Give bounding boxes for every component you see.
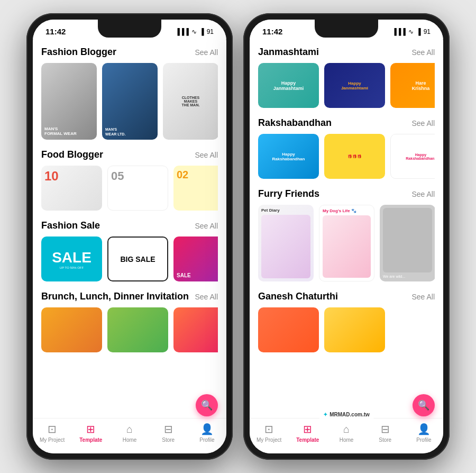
- notch-2: [315, 20, 378, 38]
- fab-search-button[interactable]: 🔍: [196, 394, 218, 416]
- section-title-fashion-blogger: Fashion Blogger: [41, 47, 116, 58]
- nav-item-store-2[interactable]: ⊟ Store: [366, 423, 405, 443]
- rakshabandhan-cards: HappyRakshabandhan 🎁🎁🎁 HappyRakshabandha…: [258, 134, 435, 181]
- phone-2: 11:42 ▐▐▐ ∿ ▐ 91 Janmashtami See All Hap…: [243, 13, 450, 460]
- card-text: BIG SALE: [120, 255, 155, 263]
- nav-item-profile[interactable]: 👤 Profile: [188, 423, 226, 443]
- nav-item-my-project[interactable]: ⊡ My Project: [33, 423, 71, 443]
- nav-item-template-2[interactable]: ⊞ Template: [288, 423, 327, 443]
- section-header-fashion-sale: Fashion Sale See All: [41, 220, 218, 231]
- nav-item-my-project-2[interactable]: ⊡ My Project: [250, 423, 288, 443]
- nav-item-home[interactable]: ⌂ Home: [110, 423, 149, 443]
- furry-friends-card-2[interactable]: My Dog's Life 🐾: [319, 205, 374, 281]
- fashion-sale-card-2[interactable]: BIG SALE: [107, 236, 168, 281]
- fashion-blogger-card-1[interactable]: MAN'SFORMAL WEAR: [41, 63, 97, 140]
- battery-icon-2: ▐: [416, 28, 421, 35]
- watermark: ✦ MRMAD.com.tw: [319, 410, 374, 419]
- fashion-sale-cards: SALE UP TO 50% OFF BIG SALE SALE: [41, 236, 218, 284]
- search-icon-2: 🔍: [418, 399, 429, 411]
- home-icon: ⌂: [126, 423, 133, 435]
- nav-item-template[interactable]: ⊞ Template: [71, 423, 110, 443]
- nav-item-profile-2[interactable]: 👤 Profile: [405, 423, 443, 443]
- fashion-blogger-card-3[interactable]: CLOTHESMAKESTHE MAN.: [163, 63, 218, 140]
- brunch-card-3[interactable]: [173, 307, 218, 352]
- see-all-ganesh[interactable]: See All: [411, 293, 435, 301]
- template-icon: ⊞: [86, 423, 95, 435]
- see-all-janmashtami[interactable]: See All: [411, 48, 435, 57]
- watermark-logo: ✦: [323, 412, 327, 417]
- rakshabandhan-card-2[interactable]: 🎁🎁🎁: [324, 134, 385, 179]
- fashion-sale-card-3[interactable]: SALE: [173, 236, 218, 281]
- card-text: HareKrishna: [412, 80, 430, 91]
- brunch-card-1[interactable]: [41, 307, 102, 352]
- battery-percent-2: 91: [424, 28, 431, 35]
- card-text: We are wild...: [383, 275, 432, 278]
- janmashtami-cards: HappyJanmashtami HappyJanmashtami HareKr…: [258, 63, 435, 110]
- home-icon-2: ⌂: [343, 423, 350, 435]
- ganesh-card-2[interactable]: [324, 307, 385, 352]
- scroll-content-2[interactable]: Janmashtami See All HappyJanmashtami Hap…: [250, 39, 443, 418]
- see-all-furry-friends[interactable]: See All: [411, 190, 435, 198]
- store-icon: ⊟: [164, 423, 173, 435]
- card-subtext: UP TO 50% OFF: [60, 266, 84, 269]
- nav-label-profile-2: Profile: [416, 437, 431, 443]
- food-blogger-card-3[interactable]: 02: [173, 166, 218, 211]
- janmashtami-card-1[interactable]: HappyJanmashtami: [258, 63, 319, 108]
- phone-1: 11:42 ▐▐▐ ∿ ▐ 91 Fashion Blogger See All…: [26, 13, 233, 460]
- card-text: HappyRakshabandhan: [272, 152, 305, 161]
- food-blogger-card-2[interactable]: 05: [107, 166, 168, 211]
- scroll-content-1[interactable]: Fashion Blogger See All MAN'SFORMAL WEAR…: [33, 39, 226, 418]
- food-blogger-card-1[interactable]: 10: [41, 166, 102, 211]
- fashion-sale-card-1[interactable]: SALE UP TO 50% OFF: [41, 236, 102, 281]
- card-text: HappyJanmashtami: [273, 80, 304, 91]
- store-icon-2: ⊟: [381, 423, 390, 435]
- see-all-brunch[interactable]: See All: [195, 293, 218, 301]
- rakshabandhan-card-3[interactable]: HappyRakshabandhan!: [390, 134, 435, 179]
- fab-search-button-2[interactable]: 🔍: [413, 394, 435, 416]
- signal-icon-2: ▐▐▐: [392, 28, 406, 35]
- card-number: 10: [44, 169, 99, 184]
- janmashtami-card-2[interactable]: HappyJanmashtami: [324, 63, 385, 108]
- nav-label-my-project-2: My Project: [257, 437, 281, 443]
- section-header-rakshabandhan: Rakshabandhan See All: [258, 117, 435, 129]
- nav-item-store[interactable]: ⊟ Store: [149, 423, 188, 443]
- brunch-card-2[interactable]: [107, 307, 168, 352]
- see-all-fashion-blogger[interactable]: See All: [195, 48, 218, 57]
- card-text: SALE: [52, 249, 91, 266]
- section-title-furry-friends: Furry Friends: [258, 188, 319, 199]
- section-header-janmashtami: Janmashtami See All: [258, 47, 435, 58]
- nav-label-profile: Profile: [199, 437, 214, 443]
- nav-label-template: Template: [79, 437, 102, 443]
- food-blogger-cards: 10 05 02: [41, 166, 218, 213]
- furry-friends-card-1[interactable]: Pet Diary: [258, 205, 314, 281]
- project-icon: ⊡: [48, 423, 57, 435]
- nav-label-my-project: My Project: [40, 437, 65, 443]
- phone-2-screen: 11:42 ▐▐▐ ∿ ▐ 91 Janmashtami See All Hap…: [250, 20, 443, 453]
- card-text: SALE: [177, 272, 218, 278]
- furry-friends-card-3[interactable]: We are wild...: [380, 205, 435, 281]
- section-header-brunch: Brunch, Lunch, Dinner Invitation See All: [41, 291, 218, 302]
- card-text: MAN'SFORMAL WEAR: [44, 126, 94, 137]
- card-text: HappyRakshabandhan!: [406, 153, 435, 160]
- fashion-blogger-cards: MAN'SFORMAL WEAR MAN'SWEAR LTD. CLOTHESM…: [41, 63, 218, 142]
- janmashtami-card-3[interactable]: HareKrishna: [390, 63, 435, 108]
- see-all-food-blogger[interactable]: See All: [195, 151, 218, 159]
- watermark-text: MRMAD.com.tw: [329, 412, 370, 417]
- see-all-rakshabandhan[interactable]: See All: [411, 119, 435, 128]
- fashion-blogger-card-2[interactable]: MAN'SWEAR LTD.: [102, 63, 158, 140]
- card-number: 05: [111, 169, 164, 183]
- card-text: My Dog's Life 🐾: [323, 208, 371, 213]
- section-title-brunch: Brunch, Lunch, Dinner Invitation: [41, 291, 189, 302]
- ganesh-card-1[interactable]: [258, 307, 319, 352]
- nav-item-home-2[interactable]: ⌂ Home: [327, 423, 365, 443]
- card-text: CLOTHESMAKESTHE MAN.: [182, 96, 200, 107]
- status-icons-2: ▐▐▐ ∿ ▐ 91: [392, 28, 431, 35]
- bottom-nav-1: ⊡ My Project ⊞ Template ⌂ Home ⊟ Store 👤…: [33, 418, 226, 453]
- rakshabandhan-card-1[interactable]: HappyRakshabandhan: [258, 134, 319, 179]
- see-all-fashion-sale[interactable]: See All: [195, 222, 218, 230]
- nav-label-store-2: Store: [379, 437, 391, 443]
- nav-label-home-2: Home: [340, 437, 354, 443]
- section-header-fashion-blogger: Fashion Blogger See All: [41, 47, 218, 58]
- card-text: HappyJanmashtami: [341, 81, 368, 90]
- bottom-nav-2: ⊡ My Project ⊞ Template ⌂ Home ⊟ Store 👤…: [250, 418, 443, 453]
